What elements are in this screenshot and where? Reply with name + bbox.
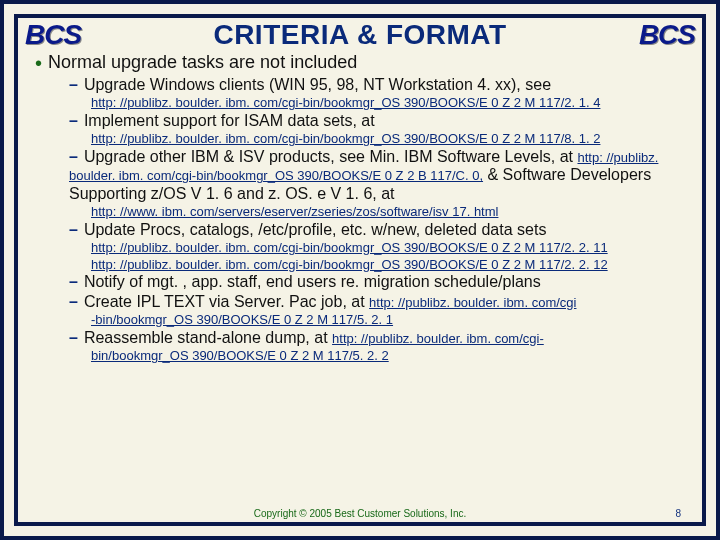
dash-icon: – [69,329,78,346]
sub-item-text-pre: Create IPL TEXT via Server. Pac job, at [84,293,369,310]
sub-item-text: Upgrade Windows clients (WIN 95, 98, NT … [84,76,551,93]
sub-item: –Update Procs, catalogs, /etc/profile, e… [69,221,699,239]
dash-icon: – [69,76,78,93]
title-row: BCS CRITERIA & FORMAT BCS [21,19,699,51]
url-link-cont[interactable]: bin/bookmgr_OS 390/BOOKS/E 0 Z 2 M 117/5… [91,348,699,364]
sub-item-text: Implement support for ISAM data sets, at [84,112,375,129]
dash-icon: – [69,273,78,290]
url-link[interactable]: http: //publibz. boulder. ibm. com/cgi-b… [91,240,699,256]
sub-item: –Create IPL TEXT via Server. Pac job, at… [69,293,699,311]
url-link-cont[interactable]: -bin/bookmgr_OS 390/BOOKS/E 0 Z 2 M 117/… [91,312,699,328]
sub-item: –Notify of mgt. , app. staff, end users … [69,273,699,291]
sub-item-text: Update Procs, catalogs, /etc/profile, et… [84,221,546,238]
page-number: 8 [675,508,681,519]
top-bullet-text: Normal upgrade tasks are not included [48,52,357,72]
url-link[interactable]: http: //publibz. boulder. ibm. com/cgi [369,295,576,310]
url-link[interactable]: http: //publibz. boulder. ibm. com/cgi- [332,331,544,346]
sub-item-text-pre: Upgrade other IBM & ISV products, see Mi… [84,148,578,165]
url-link[interactable]: http: //www. ibm. com/servers/eserver/zs… [91,204,699,220]
url-link[interactable]: http: //publibz. boulder. ibm. com/cgi-b… [91,257,699,273]
dash-icon: – [69,112,78,129]
bullet-dot-icon: • [35,52,42,74]
sub-item: –Upgrade Windows clients (WIN 95, 98, NT… [69,76,699,94]
logo-right: BCS [639,19,695,51]
top-bullet: •Normal upgrade tasks are not included [35,52,699,75]
footer-copyright: Copyright © 2005 Best Customer Solutions… [15,508,705,519]
logo-left: BCS [25,19,81,51]
dash-icon: – [69,293,78,310]
sub-item-text: Notify of mgt. , app. staff, end users r… [84,273,541,290]
url-link[interactable]: http: //publibz. boulder. ibm. com/cgi-b… [91,95,699,111]
slide-inner-frame: BCS CRITERIA & FORMAT BCS •Normal upgrad… [14,14,706,526]
slide-outer-frame: BCS CRITERIA & FORMAT BCS •Normal upgrad… [0,0,720,540]
url-link[interactable]: http: //publibz. boulder. ibm. com/cgi-b… [91,131,699,147]
sub-item: –Upgrade other IBM & ISV products, see M… [69,148,699,203]
slide-title: CRITERIA & FORMAT [81,19,639,51]
dash-icon: – [69,148,78,165]
sub-item: –Implement support for ISAM data sets, a… [69,112,699,130]
sub-item: –Reassemble stand-alone dump, at http: /… [69,329,699,347]
dash-icon: – [69,221,78,238]
sub-item-text-pre: Reassemble stand-alone dump, at [84,329,332,346]
